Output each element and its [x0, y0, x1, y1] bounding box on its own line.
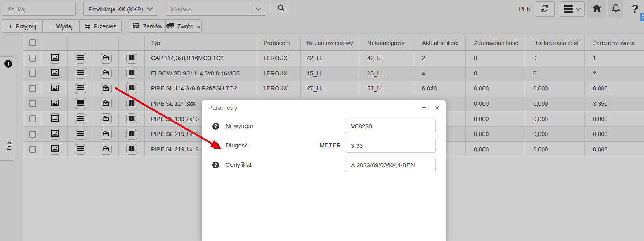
image-button[interactable] — [50, 113, 60, 124]
order-button-label: Zamów — [143, 23, 162, 30]
cell-zamowiona-ilosc: 0 — [466, 51, 525, 66]
row-checkbox[interactable] — [29, 55, 36, 62]
cell-zarezerwowana: 0,000 — [585, 111, 644, 126]
header-dostarczana-ilosc[interactable]: Dostarczana ilość — [525, 35, 585, 50]
nr-wytopu-input[interactable] — [346, 119, 436, 133]
filter-expand-icon[interactable]: + — [4, 60, 12, 68]
list-icon — [77, 85, 84, 92]
row-checkbox[interactable] — [29, 70, 36, 77]
certyfikat-input[interactable] — [346, 158, 436, 172]
cell-aktualna-ilosc: 6,040 — [414, 81, 466, 96]
place-select[interactable]: Miejsce — [166, 2, 266, 16]
place-select-placeholder: Miejsce — [171, 6, 192, 13]
details-button[interactable] — [75, 53, 86, 64]
question-circle-icon[interactable]: ? — [212, 162, 219, 168]
chevron-down-icon — [196, 23, 201, 30]
question-circle-icon[interactable]: ? — [212, 123, 219, 130]
header-nr-zamowieniowy[interactable]: Nr zamówieniowy — [301, 35, 359, 50]
filter-panel-tab[interactable]: + Filtr — [0, 56, 17, 161]
transfer-button[interactable]: ⇆ Przenieś — [79, 19, 122, 33]
return-button-label: Zwróć — [177, 23, 193, 30]
barcode-button[interactable] — [126, 68, 137, 79]
row-checkbox[interactable] — [29, 115, 36, 122]
batch-button[interactable] — [101, 83, 112, 94]
search-input[interactable] — [2, 2, 76, 16]
barcode-button[interactable] — [126, 98, 137, 109]
batch-button[interactable] — [101, 98, 112, 109]
notifications-button[interactable] — [608, 0, 623, 18]
image-button[interactable] — [50, 68, 60, 79]
field-certyfikat: ? Certyfikat — [202, 158, 446, 172]
refresh-icon — [540, 4, 549, 15]
warehouse-select[interactable]: Produkcja KK (KKP) — [83, 2, 158, 16]
card-index-icon — [102, 85, 110, 92]
warehouse-select-value: Produkcja KK (KKP) — [88, 6, 143, 13]
issue-button[interactable]: − Wydaj — [42, 19, 80, 33]
cell-zarezerwowana: 0,000 — [585, 127, 644, 142]
return-button[interactable]: Zwróć — [165, 19, 202, 33]
select-all-checkbox[interactable] — [29, 39, 36, 46]
details-button[interactable] — [75, 68, 86, 79]
header-aktualna-ilosc[interactable]: Aktualna ilość — [414, 35, 466, 50]
barcode-button[interactable] — [126, 113, 137, 124]
batch-button[interactable] — [101, 144, 112, 155]
batch-button[interactable] — [101, 53, 112, 64]
image-button[interactable] — [50, 53, 60, 64]
close-icon[interactable]: × — [432, 102, 442, 113]
barcode-button[interactable] — [126, 53, 137, 64]
cell-nr-katalogowy: 15_LL — [359, 66, 414, 81]
barcode-button[interactable] — [126, 144, 137, 155]
search-button[interactable] — [271, 2, 291, 15]
row-checkbox[interactable] — [29, 131, 36, 138]
row-checkbox[interactable] — [29, 85, 36, 92]
cell-zamowiona-ilosc: 0 — [466, 66, 525, 81]
image-button[interactable] — [50, 98, 60, 109]
cell-producent: LEROUX — [257, 51, 301, 66]
details-button[interactable] — [75, 113, 86, 124]
table-row[interactable]: ELBOW 3D 90° 114,3x8,8 16MO3 LEROUX 15_L… — [23, 66, 644, 81]
question-circle-icon[interactable]: ? — [212, 142, 219, 149]
field-dlugosc: ? Długość METER — [202, 139, 446, 153]
details-button[interactable] — [75, 129, 86, 140]
home-button[interactable] — [587, 0, 606, 18]
order-button[interactable]: Zamów — [129, 19, 166, 33]
image-icon — [51, 69, 59, 77]
cell-typ: PIPE SL 114,3x8,8 P265GH TC2 — [145, 81, 257, 96]
barcode-button[interactable] — [126, 129, 137, 140]
header-zarezerwowana[interactable]: Zarezerwowana — [585, 35, 644, 50]
order-icon — [132, 22, 140, 30]
field-unit-label: METER — [320, 142, 341, 149]
dialog-add-button[interactable]: + — [419, 102, 429, 113]
row-checkbox[interactable] — [29, 100, 36, 107]
dlugosc-input[interactable] — [346, 139, 436, 153]
table-row[interactable]: CAP 114,3x8,8 16MO3 TC2 LEROUX 42_LL 42_… — [23, 51, 644, 66]
card-index-icon — [102, 145, 110, 153]
batch-button[interactable] — [101, 113, 112, 124]
bell-icon — [612, 4, 620, 15]
header-nr-katalogowy[interactable]: Nr katalogowy — [359, 35, 414, 50]
cell-dostarczana-ilosc: 0 — [525, 51, 585, 66]
image-button[interactable] — [50, 129, 60, 140]
barcode-button[interactable] — [126, 83, 137, 94]
field-label: Certyfikat — [226, 161, 251, 168]
header-typ[interactable]: Typ — [145, 35, 257, 50]
image-button[interactable] — [50, 144, 60, 155]
batch-button[interactable] — [101, 68, 112, 79]
cell-zarezerwowana: 0,000 — [585, 81, 644, 96]
cell-zarezerwowana: 1 — [585, 51, 644, 66]
notification-badge: 3 — [640, 13, 644, 21]
table-row[interactable]: PIPE SL 114,3x8,8 P265GH TC2 LEROUX 27_L… — [23, 81, 644, 96]
refresh-button[interactable] — [535, 1, 555, 17]
details-button[interactable] — [75, 83, 86, 94]
image-button[interactable] — [50, 83, 60, 94]
batch-button[interactable] — [101, 129, 112, 140]
row-checkbox[interactable] — [29, 146, 36, 153]
menu-button[interactable] — [560, 1, 585, 17]
receive-button[interactable]: + Przyjmij — [2, 19, 43, 33]
details-button[interactable] — [75, 144, 86, 155]
image-icon — [51, 115, 59, 123]
barcode-icon — [129, 85, 135, 92]
details-button[interactable] — [75, 98, 86, 109]
header-zamowiona-ilosc[interactable]: Zamówiona Ilość — [466, 35, 525, 50]
header-producent[interactable]: Producent — [257, 35, 301, 50]
